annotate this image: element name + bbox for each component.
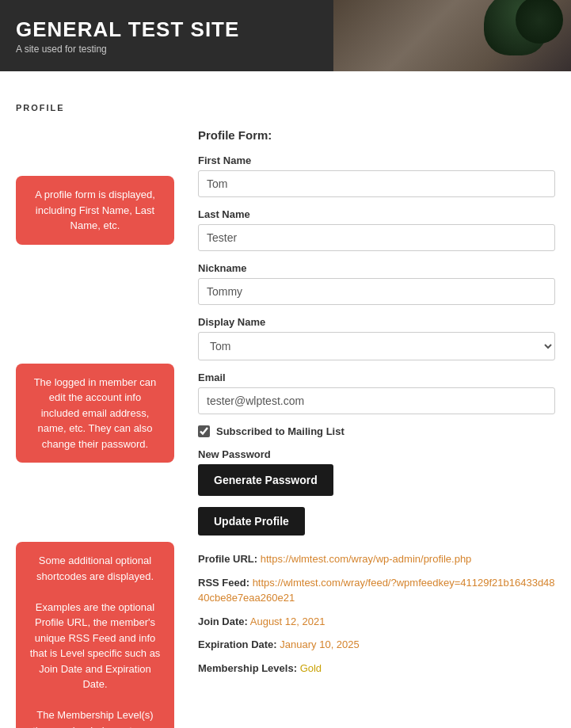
annotation-box-3: Some additional optional shortcodes are … (16, 542, 174, 728)
expiration-date-row: Expiration Date: January 10, 2025 (198, 637, 555, 653)
mailing-list-checkbox[interactable] (198, 425, 210, 437)
site-subtitle: A site used for testing (16, 44, 239, 55)
membership-levels-label: Membership Levels: (198, 662, 297, 674)
display-name-group: Display Name Tom Tommy Tom Tester (198, 316, 555, 360)
new-password-group: New Password Generate Password (198, 448, 555, 496)
expiration-date-label: Expiration Date: (198, 638, 277, 650)
update-profile-button[interactable]: Update Profile (198, 507, 305, 536)
nickname-label: Nickname (198, 262, 555, 274)
join-date-value: August 12, 2021 (250, 616, 325, 627)
profile-url-link[interactable]: https://wlmtest.com/wray/wp-admin/profil… (261, 553, 472, 565)
first-name-label: First Name (198, 154, 555, 166)
email-label: Email (198, 372, 555, 383)
info-section: Profile URL: https://wlmtest.com/wray/wp… (198, 551, 555, 676)
profile-url-label: Profile URL: (198, 553, 257, 565)
site-title: GENERAL TEST SITE (16, 17, 239, 42)
left-column: A profile form is displayed, including F… (16, 128, 174, 728)
header-plant-decoration (484, 0, 547, 55)
annotation-box-1: A profile form is displayed, including F… (16, 176, 174, 245)
annotation-box-3-text: Some additional optional shortcodes are … (30, 555, 161, 728)
header-title-block: GENERAL TEST SITE A site used for testin… (16, 17, 239, 55)
email-group: Email (198, 372, 555, 414)
display-name-select[interactable]: Tom Tommy Tom Tester (198, 332, 555, 360)
generate-password-button[interactable]: Generate Password (198, 464, 333, 496)
nickname-group: Nickname (198, 262, 555, 305)
membership-levels-row: Membership Levels: Gold (198, 661, 555, 677)
main-container: PROFILE A profile form is displayed, inc… (0, 71, 571, 728)
mailing-list-row: Subscribed to Mailing List (198, 425, 555, 437)
last-name-input[interactable] (198, 224, 555, 251)
first-name-input[interactable] (198, 170, 555, 197)
profile-url-row: Profile URL: https://wlmtest.com/wray/wp… (198, 551, 555, 567)
site-header: GENERAL TEST SITE A site used for testin… (0, 0, 571, 71)
nickname-input[interactable] (198, 278, 555, 305)
expiration-date-value: January 10, 2025 (280, 638, 359, 650)
new-password-label: New Password (198, 448, 555, 460)
right-column: Profile Form: First Name Last Name Nickn… (198, 128, 555, 684)
membership-levels-value: Gold (300, 662, 322, 674)
first-name-group: First Name (198, 154, 555, 197)
rss-feed-link[interactable]: https://wlmtest.com/wray/feed/?wpmfeedke… (198, 577, 555, 604)
display-name-label: Display Name (198, 316, 555, 328)
email-input[interactable] (198, 387, 555, 414)
annotation-box-2: The logged in member can edit the accoun… (16, 364, 174, 463)
join-date-row: Join Date: August 12, 2021 (198, 614, 555, 630)
last-name-group: Last Name (198, 208, 555, 251)
join-date-label: Join Date: (198, 616, 248, 627)
rss-feed-row: RSS Feed: https://wlmtest.com/wray/feed/… (198, 575, 555, 606)
rss-feed-label: RSS Feed: (198, 577, 249, 589)
mailing-list-label: Subscribed to Mailing List (216, 425, 345, 437)
form-title: Profile Form: (198, 128, 555, 142)
profile-layout: A profile form is displayed, including F… (16, 128, 555, 728)
last-name-label: Last Name (198, 208, 555, 220)
section-label: PROFILE (16, 103, 555, 112)
